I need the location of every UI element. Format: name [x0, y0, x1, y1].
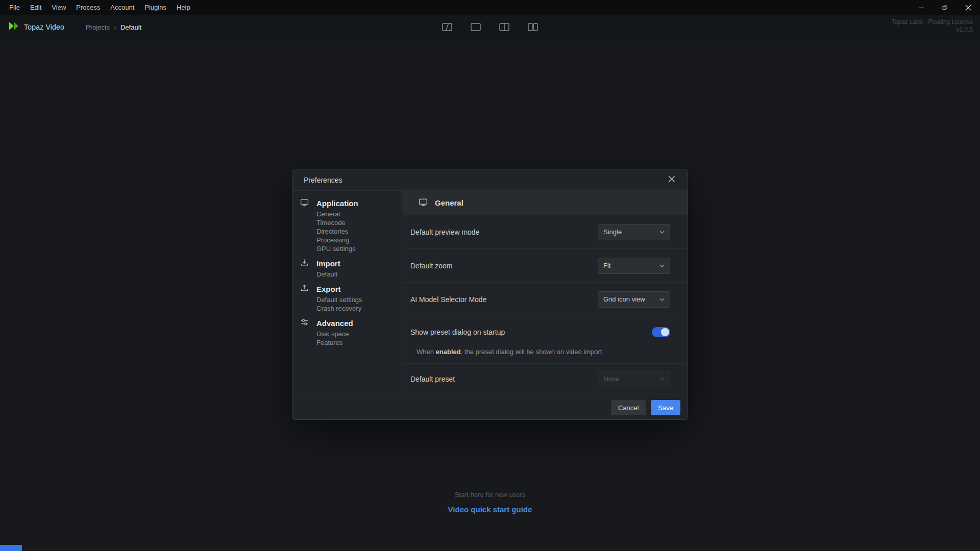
- single-view-icon[interactable]: [469, 21, 483, 33]
- note-bold: enabled: [436, 348, 461, 356]
- menu-account[interactable]: Account: [105, 0, 139, 15]
- side-by-side-icon[interactable]: [526, 21, 540, 33]
- preset-dialog-toggle[interactable]: [652, 327, 670, 337]
- toggle-help-text: When enabled, the preset dialog will be …: [410, 348, 670, 356]
- menu-edit[interactable]: Edit: [25, 0, 46, 15]
- menu-process[interactable]: Process: [71, 0, 105, 15]
- sidebar-group-application-header[interactable]: Application: [300, 198, 402, 208]
- dialog-header: Preferences: [292, 169, 688, 191]
- chevron-right-icon: ›: [114, 23, 116, 31]
- chevron-down-icon: [659, 264, 665, 267]
- ai-model-selector-mode-dropdown[interactable]: Grid icon view: [598, 291, 670, 308]
- sidebar-item-crash-recovery[interactable]: Crash recovery: [316, 304, 402, 313]
- close-icon: [965, 5, 971, 11]
- menu-help[interactable]: Help: [172, 0, 195, 15]
- default-preview-mode-dropdown[interactable]: Single: [598, 224, 670, 240]
- preferences-sidebar: Application General Timecode Directories…: [292, 191, 402, 394]
- breadcrumb-current: Default: [120, 23, 141, 31]
- brand: Topaz Video: [0, 21, 64, 33]
- row-default-zoom: Default zoom Fit: [402, 249, 688, 283]
- sidebar-item-timecode[interactable]: Timecode: [316, 218, 402, 227]
- menu-bar: File Edit View Process Account Plugins H…: [0, 0, 195, 15]
- row-label: AI Model Selector Mode: [410, 295, 486, 304]
- breadcrumb: Projects › Default: [86, 23, 141, 31]
- import-icon: [300, 258, 309, 269]
- sidebar-group-items: General Timecode Directories Processing …: [316, 210, 402, 253]
- cancel-button[interactable]: Cancel: [611, 400, 646, 415]
- dialog-close-button[interactable]: [666, 174, 677, 186]
- sidebar-group-application: Application General Timecode Directories…: [300, 198, 402, 253]
- sidebar-item-processing[interactable]: Processing: [316, 236, 402, 244]
- titlebar: File Edit View Process Account Plugins H…: [0, 0, 980, 15]
- row-label: Show preset dialog on startup: [410, 328, 505, 336]
- sidebar-group-advanced-header[interactable]: Advanced: [300, 318, 402, 328]
- start-hint-text: Start here for new users: [0, 491, 980, 498]
- sidebar-group-advanced: Advanced Disk space Features: [300, 318, 402, 347]
- row-default-preset: Default preset None: [402, 364, 688, 394]
- dropdown-value: None: [603, 375, 619, 383]
- dropdown-value: Single: [603, 228, 622, 236]
- row-label: Default preset: [410, 375, 455, 383]
- menu-file[interactable]: File: [4, 0, 25, 15]
- app-window: File Edit View Process Account Plugins H…: [0, 0, 980, 551]
- sidebar-group-label: Advanced: [316, 319, 353, 328]
- sidebar-group-label: Import: [316, 259, 340, 268]
- sidebar-item-disk-space[interactable]: Disk space: [316, 330, 402, 338]
- chevron-down-icon: [659, 298, 665, 301]
- dropdown-value: Grid icon view: [603, 295, 645, 303]
- dialog-footer: Cancel Save: [292, 394, 688, 421]
- monitor-icon: [419, 197, 428, 209]
- menu-plugins[interactable]: Plugins: [139, 0, 172, 15]
- license-line2: v1.0.5: [892, 26, 973, 34]
- sidebar-group-export-header[interactable]: Export: [300, 284, 402, 294]
- chevron-down-icon: [659, 378, 665, 381]
- dropdown-value: Fit: [603, 262, 610, 269]
- toggle-knob: [661, 328, 669, 336]
- preferences-content: General Default preview mode Single Defa…: [402, 191, 688, 394]
- row-show-preset-dialog: Show preset dialog on startup When enabl…: [402, 316, 688, 364]
- app-name: Topaz Video: [24, 23, 64, 31]
- preferences-dialog: Preferences Application: [292, 169, 688, 420]
- sidebar-group-export: Export Default settings Crash recovery: [300, 284, 402, 313]
- toggle-line: Show preset dialog on startup: [410, 316, 670, 348]
- row-label: Default zoom: [410, 262, 452, 270]
- breadcrumb-projects[interactable]: Projects: [86, 23, 110, 31]
- default-preset-dropdown: None: [598, 371, 670, 387]
- sidebar-group-import: Import Default: [300, 258, 402, 279]
- sidebar-item-features[interactable]: Features: [316, 338, 402, 347]
- save-button[interactable]: Save: [651, 400, 680, 415]
- compare-split-icon[interactable]: [440, 21, 454, 33]
- close-window-button[interactable]: [957, 0, 980, 15]
- sidebar-item-import-default[interactable]: Default: [316, 270, 402, 279]
- minimize-icon: [918, 5, 924, 11]
- sidebar-item-gpu-settings[interactable]: GPU settings: [316, 244, 402, 253]
- sidebar-group-items: Disk space Features: [316, 330, 402, 347]
- monitor-icon: [300, 198, 309, 209]
- row-ai-model-selector-mode: AI Model Selector Mode Grid icon view: [402, 283, 688, 316]
- sidebar-group-label: Application: [316, 199, 358, 208]
- split-view-icon[interactable]: [497, 21, 511, 33]
- bottom-accent-bar: [0, 545, 22, 551]
- minimize-button[interactable]: [910, 0, 933, 15]
- app-header: Topaz Video Projects › Default Topaz Lab…: [0, 15, 980, 39]
- quick-start-guide-link[interactable]: Video quick start guide: [0, 505, 980, 514]
- sidebar-item-general[interactable]: General: [316, 210, 402, 218]
- dialog-title: Preferences: [304, 176, 342, 184]
- sidebar-item-default-settings[interactable]: Default settings: [316, 295, 402, 304]
- close-icon: [668, 176, 675, 184]
- restore-icon: [942, 5, 948, 11]
- window-controls: [910, 0, 980, 15]
- sidebar-group-import-header[interactable]: Import: [300, 258, 402, 268]
- menu-view[interactable]: View: [46, 0, 71, 15]
- license-line1: Topaz Labs - Floating License: [892, 18, 973, 26]
- row-label: Default preview mode: [410, 228, 479, 236]
- export-icon: [300, 284, 309, 294]
- maximize-button[interactable]: [933, 0, 957, 15]
- default-zoom-dropdown[interactable]: Fit: [598, 258, 670, 274]
- sidebar-group-items: Default settings Crash recovery: [316, 295, 402, 313]
- sidebar-group-items: Default: [316, 270, 402, 279]
- section-header: General: [402, 191, 688, 215]
- chevron-down-icon: [659, 231, 665, 234]
- sidebar-item-directories[interactable]: Directories: [316, 227, 402, 236]
- row-default-preview-mode: Default preview mode Single: [402, 215, 688, 249]
